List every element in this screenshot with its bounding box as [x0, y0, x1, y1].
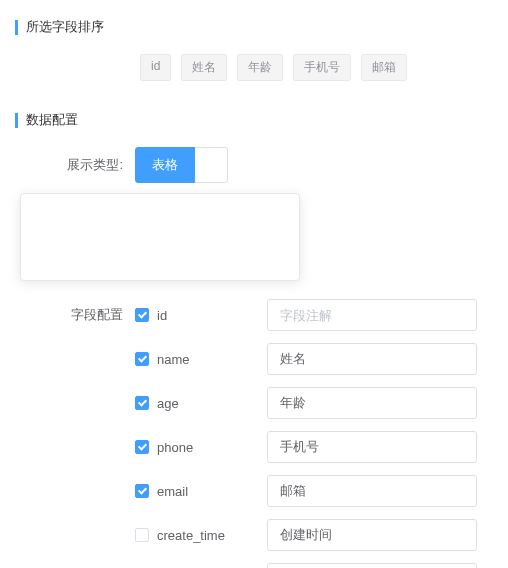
- checkbox-email[interactable]: [135, 484, 149, 498]
- section-bar: [15, 20, 18, 35]
- field-name: create_time: [157, 528, 267, 543]
- field-name: name: [157, 352, 267, 367]
- field-tags: id 姓名 年龄 手机号 邮箱: [140, 54, 493, 81]
- field-name: email: [157, 484, 267, 499]
- checkbox-age[interactable]: [135, 396, 149, 410]
- field-row: email: [15, 475, 493, 507]
- checkbox-name[interactable]: [135, 352, 149, 366]
- tag-age[interactable]: 年龄: [237, 54, 283, 81]
- field-input-id[interactable]: [267, 299, 477, 331]
- field-name: id: [157, 308, 267, 323]
- tag-name[interactable]: 姓名: [181, 54, 227, 81]
- field-name: phone: [157, 440, 267, 455]
- seg-btn-table[interactable]: 表格: [135, 147, 195, 183]
- dropdown-panel[interactable]: [20, 193, 300, 281]
- field-row: update_time: [15, 563, 493, 568]
- field-input-phone[interactable]: [267, 431, 477, 463]
- field-row: create_time: [15, 519, 493, 551]
- field-row: name: [15, 343, 493, 375]
- field-name: age: [157, 396, 267, 411]
- field-row: age: [15, 387, 493, 419]
- display-type-row: 展示类型: 表格: [15, 147, 493, 183]
- seg-btn-blank[interactable]: [194, 147, 228, 183]
- tag-id[interactable]: id: [140, 54, 171, 81]
- section-bar: [15, 113, 18, 128]
- checkbox-phone[interactable]: [135, 440, 149, 454]
- tag-email[interactable]: 邮箱: [361, 54, 407, 81]
- display-type-segmented: 表格: [135, 147, 228, 183]
- field-row: 字段配置 id: [15, 299, 493, 331]
- field-input-age[interactable]: [267, 387, 477, 419]
- field-input-update-time[interactable]: [267, 563, 477, 568]
- section-title-sort: 所选字段排序: [26, 18, 104, 36]
- checkbox-id[interactable]: [135, 308, 149, 322]
- field-input-email[interactable]: [267, 475, 477, 507]
- field-row: phone: [15, 431, 493, 463]
- section-title-data: 数据配置: [26, 111, 78, 129]
- field-input-name[interactable]: [267, 343, 477, 375]
- section-header-data: 数据配置: [15, 111, 493, 129]
- display-type-label: 展示类型:: [15, 156, 135, 174]
- field-config-list: 字段配置 id name age phone email create_time: [15, 299, 493, 568]
- checkbox-create-time[interactable]: [135, 528, 149, 542]
- section-header-sort: 所选字段排序: [15, 18, 493, 36]
- field-input-create-time[interactable]: [267, 519, 477, 551]
- tag-phone[interactable]: 手机号: [293, 54, 351, 81]
- field-config-label: 字段配置: [15, 306, 135, 324]
